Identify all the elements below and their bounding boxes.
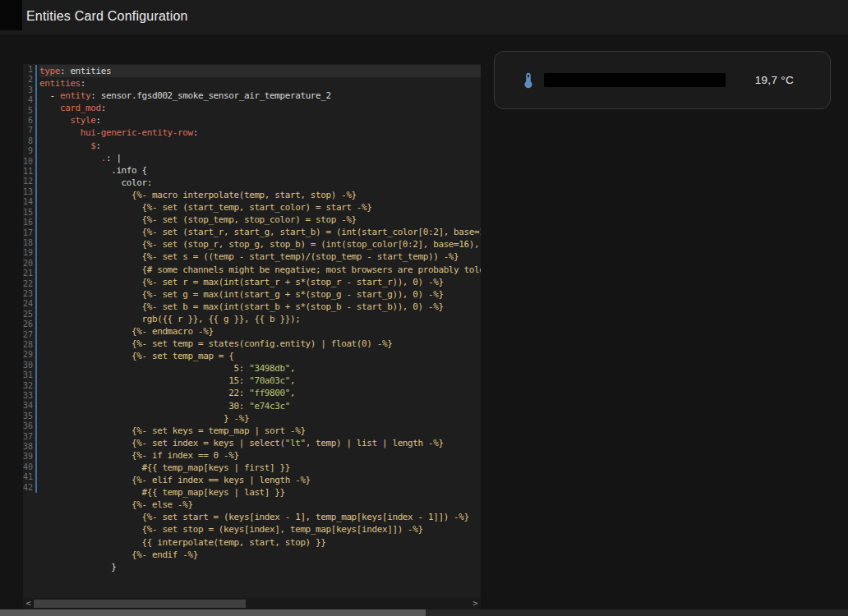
line-number: 19: [23, 248, 33, 258]
entity-row[interactable]: 19,7 °C: [495, 52, 830, 108]
code-line[interactable]: card_mod:: [39, 102, 481, 114]
code-line[interactable]: hui-generic-entity-row:: [39, 126, 481, 139]
code-line[interactable]: {%- set g = max(int(start_g + s*(stop_g …: [39, 288, 481, 301]
page-hscroll-thumb[interactable]: [0, 609, 426, 616]
line-number: 12: [23, 177, 33, 186]
line-number: 28: [23, 340, 33, 350]
line-number: 29: [23, 350, 33, 360]
line-number: 8: [23, 136, 33, 146]
editor-body[interactable]: 1234567891011121314151617181920212223242…: [23, 64, 481, 598]
line-number: 1: [23, 65, 33, 75]
code-line[interactable]: {%- if index == 0 -%}: [39, 449, 481, 462]
code-line[interactable]: {%- elif index == keys | length -%}: [39, 474, 481, 486]
code-line[interactable]: - entity: sensor.fgsd002_smoke_sensor_ai…: [39, 90, 481, 102]
line-gutter: 1234567891011121314151617181920212223242…: [23, 65, 37, 493]
hscroll-thumb[interactable]: [34, 600, 246, 608]
code-line[interactable]: {%- endif -%}: [39, 549, 481, 561]
line-number: 21: [23, 269, 33, 278]
editor-hscrollbar[interactable]: < >: [23, 598, 481, 609]
code-line[interactable]: {%- set r = max(int(start_r + s*(stop_r …: [39, 276, 481, 288]
temperature-value: 19,7 °C: [755, 74, 794, 86]
line-number: 25: [23, 310, 33, 319]
line-number: 34: [23, 401, 33, 411]
yaml-code-editor[interactable]: 1234567891011121314151617181920212223242…: [23, 64, 481, 609]
line-number: 37: [23, 432, 33, 442]
code-line[interactable]: } -%}: [39, 412, 481, 425]
line-number: 39: [23, 452, 33, 462]
line-number: 32: [23, 381, 33, 391]
line-number: 2: [23, 75, 33, 85]
code-line[interactable]: {%- set index = keys | select("lt", temp…: [39, 437, 481, 449]
line-number: 11: [23, 167, 33, 177]
line-number: 16: [23, 218, 33, 228]
line-number: 30: [23, 361, 33, 370]
code-line[interactable]: $:: [39, 140, 481, 152]
code-line[interactable]: 22: "ff9800",: [39, 387, 481, 399]
code-line[interactable]: {%- endmacro -%}: [39, 325, 481, 338]
line-number: 6: [23, 116, 33, 126]
line-number: 17: [23, 228, 33, 238]
line-number: 10: [23, 157, 33, 167]
hscroll-left-arrow[interactable]: <: [23, 598, 34, 609]
code-line[interactable]: rgb({{ r }}, {{ g }}, {{ b }});: [39, 313, 481, 325]
line-number: 22: [23, 279, 33, 289]
line-number: 40: [23, 462, 33, 472]
code-lines[interactable]: type: entitiesentities: - entity: sensor…: [37, 65, 481, 598]
preview-card: 19,7 °C: [494, 51, 831, 109]
code-line[interactable]: 5: "3498db",: [39, 362, 481, 375]
code-line[interactable]: .: |: [39, 152, 481, 164]
line-number: 3: [23, 85, 33, 95]
code-line[interactable]: {%- set (start_temp, start_color) = star…: [39, 201, 481, 214]
line-number: 27: [23, 330, 33, 340]
code-line[interactable]: {%- set temp = states(config.entity) | f…: [39, 338, 481, 350]
code-line[interactable]: {%- set keys = temp_map | sort -%}: [39, 425, 481, 437]
line-number: 23: [23, 289, 33, 299]
code-line[interactable]: type: entities: [39, 65, 481, 77]
line-number: 9: [23, 146, 33, 156]
titlebar: Entities Card Configuration: [0, 0, 848, 34]
code-line[interactable]: [39, 573, 481, 586]
line-number: 14: [23, 197, 33, 207]
line-number: 18: [23, 238, 33, 248]
line-number: 5: [23, 106, 33, 116]
code-line[interactable]: {%- else -%}: [39, 499, 481, 511]
code-line[interactable]: color:: [39, 177, 481, 189]
line-number: 31: [23, 370, 33, 380]
code-line[interactable]: {%- set (start_r, start_g, start_b) = (i…: [39, 226, 481, 238]
hscroll-right-arrow[interactable]: >: [470, 598, 481, 609]
code-line[interactable]: {%- set stop = (keys[index], temp_map[ke…: [39, 523, 481, 536]
code-line[interactable]: .info {: [39, 164, 481, 177]
code-line[interactable]: {# some channels might be negative; most…: [39, 264, 481, 276]
code-line[interactable]: style:: [39, 114, 481, 126]
code-line[interactable]: {%- set (stop_r, stop_g, stop_b) = (int(…: [39, 238, 481, 251]
line-number: 38: [23, 442, 33, 452]
line-number: 33: [23, 391, 33, 401]
line-number: 20: [23, 259, 33, 269]
code-line[interactable]: {%- set (stop_temp, stop_color) = stop -…: [39, 214, 481, 226]
code-line[interactable]: 15: "70a03c",: [39, 375, 481, 387]
line-number: 13: [23, 187, 33, 197]
line-number: 15: [23, 208, 33, 218]
line-number: 24: [23, 299, 33, 309]
code-line[interactable]: {%- set b = max(int(start_b + s*(stop_b …: [39, 301, 481, 313]
code-line[interactable]: {{ interpolate(temp, start, stop) }}: [39, 536, 481, 549]
code-line[interactable]: {%- set s = ((temp - start_temp)/(stop_t…: [39, 251, 481, 263]
line-number: 4: [23, 95, 33, 105]
line-number: 42: [23, 483, 33, 493]
line-number: 41: [23, 472, 33, 482]
code-line[interactable]: {%- set start = (keys[index - 1], temp_m…: [39, 511, 481, 523]
code-line[interactable]: }: [39, 561, 481, 573]
page-title: Entities Card Configuration: [26, 7, 188, 26]
code-line[interactable]: #{{ temp_map[keys | first] }}: [39, 462, 481, 474]
code-line[interactable]: 30: "e74c3c": [39, 400, 481, 412]
code-line[interactable]: {%- macro interpolate(temp, start, stop)…: [39, 189, 481, 201]
code-line[interactable]: entities:: [39, 77, 481, 90]
code-line[interactable]: {%- set temp_map = {: [39, 350, 481, 362]
thermometer-icon: [519, 71, 537, 90]
line-number: 36: [23, 421, 33, 431]
line-number: 35: [23, 411, 33, 421]
code-line[interactable]: #{{ temp_map[keys | last] }}: [39, 486, 481, 499]
redacted-entity-name: [544, 73, 726, 87]
page-hscrollbar[interactable]: [0, 609, 848, 616]
corner-notch: [0, 0, 22, 30]
